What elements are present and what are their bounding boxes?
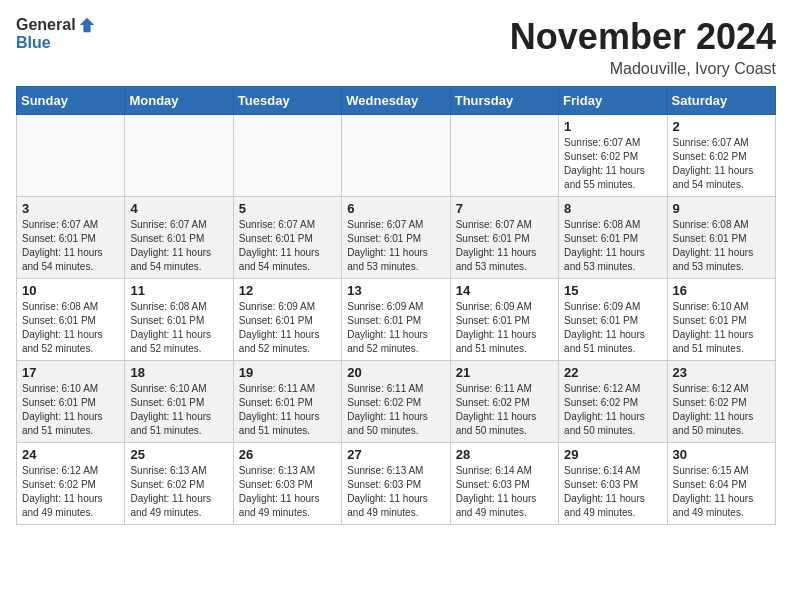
day-info: Sunrise: 6:09 AM Sunset: 6:01 PM Dayligh… <box>347 300 444 356</box>
calendar-day-cell: 29Sunrise: 6:14 AM Sunset: 6:03 PM Dayli… <box>559 443 667 525</box>
day-info: Sunrise: 6:13 AM Sunset: 6:03 PM Dayligh… <box>239 464 336 520</box>
day-number: 21 <box>456 365 553 380</box>
day-info: Sunrise: 6:08 AM Sunset: 6:01 PM Dayligh… <box>130 300 227 356</box>
day-info: Sunrise: 6:12 AM Sunset: 6:02 PM Dayligh… <box>673 382 770 438</box>
calendar-day-cell: 18Sunrise: 6:10 AM Sunset: 6:01 PM Dayli… <box>125 361 233 443</box>
logo-blue-text: Blue <box>16 34 96 52</box>
calendar-day-cell: 16Sunrise: 6:10 AM Sunset: 6:01 PM Dayli… <box>667 279 775 361</box>
day-info: Sunrise: 6:13 AM Sunset: 6:03 PM Dayligh… <box>347 464 444 520</box>
day-info: Sunrise: 6:07 AM Sunset: 6:01 PM Dayligh… <box>239 218 336 274</box>
day-number: 5 <box>239 201 336 216</box>
day-info: Sunrise: 6:07 AM Sunset: 6:02 PM Dayligh… <box>673 136 770 192</box>
calendar-day-cell: 13Sunrise: 6:09 AM Sunset: 6:01 PM Dayli… <box>342 279 450 361</box>
calendar-week-row: 3Sunrise: 6:07 AM Sunset: 6:01 PM Daylig… <box>17 197 776 279</box>
weekday-header-tuesday: Tuesday <box>233 87 341 115</box>
day-number: 20 <box>347 365 444 380</box>
day-number: 9 <box>673 201 770 216</box>
calendar-week-row: 17Sunrise: 6:10 AM Sunset: 6:01 PM Dayli… <box>17 361 776 443</box>
day-info: Sunrise: 6:12 AM Sunset: 6:02 PM Dayligh… <box>22 464 119 520</box>
calendar-day-cell: 5Sunrise: 6:07 AM Sunset: 6:01 PM Daylig… <box>233 197 341 279</box>
day-number: 26 <box>239 447 336 462</box>
weekday-header-monday: Monday <box>125 87 233 115</box>
day-number: 1 <box>564 119 661 134</box>
calendar-day-cell: 11Sunrise: 6:08 AM Sunset: 6:01 PM Dayli… <box>125 279 233 361</box>
calendar-day-cell: 21Sunrise: 6:11 AM Sunset: 6:02 PM Dayli… <box>450 361 558 443</box>
day-info: Sunrise: 6:08 AM Sunset: 6:01 PM Dayligh… <box>673 218 770 274</box>
day-info: Sunrise: 6:14 AM Sunset: 6:03 PM Dayligh… <box>564 464 661 520</box>
weekday-header-row: SundayMondayTuesdayWednesdayThursdayFrid… <box>17 87 776 115</box>
page-header: General Blue November 2024 Madouville, I… <box>16 16 776 78</box>
logo-icon <box>78 16 96 34</box>
calendar-day-cell: 15Sunrise: 6:09 AM Sunset: 6:01 PM Dayli… <box>559 279 667 361</box>
calendar-day-cell: 19Sunrise: 6:11 AM Sunset: 6:01 PM Dayli… <box>233 361 341 443</box>
day-number: 19 <box>239 365 336 380</box>
calendar-day-cell: 10Sunrise: 6:08 AM Sunset: 6:01 PM Dayli… <box>17 279 125 361</box>
day-info: Sunrise: 6:11 AM Sunset: 6:02 PM Dayligh… <box>456 382 553 438</box>
day-number: 3 <box>22 201 119 216</box>
day-number: 15 <box>564 283 661 298</box>
day-number: 13 <box>347 283 444 298</box>
day-number: 14 <box>456 283 553 298</box>
day-info: Sunrise: 6:10 AM Sunset: 6:01 PM Dayligh… <box>673 300 770 356</box>
day-number: 28 <box>456 447 553 462</box>
calendar-day-cell <box>342 115 450 197</box>
calendar-day-cell <box>125 115 233 197</box>
weekday-header-saturday: Saturday <box>667 87 775 115</box>
weekday-header-thursday: Thursday <box>450 87 558 115</box>
weekday-header-wednesday: Wednesday <box>342 87 450 115</box>
location: Madouville, Ivory Coast <box>510 60 776 78</box>
day-number: 27 <box>347 447 444 462</box>
day-number: 25 <box>130 447 227 462</box>
day-info: Sunrise: 6:09 AM Sunset: 6:01 PM Dayligh… <box>564 300 661 356</box>
calendar-week-row: 10Sunrise: 6:08 AM Sunset: 6:01 PM Dayli… <box>17 279 776 361</box>
calendar-day-cell: 20Sunrise: 6:11 AM Sunset: 6:02 PM Dayli… <box>342 361 450 443</box>
day-number: 11 <box>130 283 227 298</box>
calendar-day-cell: 1Sunrise: 6:07 AM Sunset: 6:02 PM Daylig… <box>559 115 667 197</box>
month-title: November 2024 <box>510 16 776 58</box>
svg-marker-0 <box>79 18 93 32</box>
day-info: Sunrise: 6:14 AM Sunset: 6:03 PM Dayligh… <box>456 464 553 520</box>
calendar-day-cell: 25Sunrise: 6:13 AM Sunset: 6:02 PM Dayli… <box>125 443 233 525</box>
calendar-day-cell: 26Sunrise: 6:13 AM Sunset: 6:03 PM Dayli… <box>233 443 341 525</box>
day-info: Sunrise: 6:11 AM Sunset: 6:01 PM Dayligh… <box>239 382 336 438</box>
day-info: Sunrise: 6:07 AM Sunset: 6:01 PM Dayligh… <box>347 218 444 274</box>
calendar-day-cell <box>17 115 125 197</box>
calendar-table: SundayMondayTuesdayWednesdayThursdayFrid… <box>16 86 776 525</box>
day-info: Sunrise: 6:07 AM Sunset: 6:01 PM Dayligh… <box>130 218 227 274</box>
day-number: 29 <box>564 447 661 462</box>
weekday-header-sunday: Sunday <box>17 87 125 115</box>
day-info: Sunrise: 6:11 AM Sunset: 6:02 PM Dayligh… <box>347 382 444 438</box>
day-number: 24 <box>22 447 119 462</box>
calendar-day-cell <box>233 115 341 197</box>
calendar-day-cell: 23Sunrise: 6:12 AM Sunset: 6:02 PM Dayli… <box>667 361 775 443</box>
day-info: Sunrise: 6:08 AM Sunset: 6:01 PM Dayligh… <box>564 218 661 274</box>
day-number: 22 <box>564 365 661 380</box>
day-info: Sunrise: 6:07 AM Sunset: 6:02 PM Dayligh… <box>564 136 661 192</box>
logo-general-text: General <box>16 16 76 34</box>
calendar-day-cell: 6Sunrise: 6:07 AM Sunset: 6:01 PM Daylig… <box>342 197 450 279</box>
day-number: 10 <box>22 283 119 298</box>
day-number: 23 <box>673 365 770 380</box>
calendar-week-row: 1Sunrise: 6:07 AM Sunset: 6:02 PM Daylig… <box>17 115 776 197</box>
calendar-day-cell: 8Sunrise: 6:08 AM Sunset: 6:01 PM Daylig… <box>559 197 667 279</box>
day-number: 30 <box>673 447 770 462</box>
day-info: Sunrise: 6:10 AM Sunset: 6:01 PM Dayligh… <box>22 382 119 438</box>
day-number: 17 <box>22 365 119 380</box>
calendar-day-cell: 17Sunrise: 6:10 AM Sunset: 6:01 PM Dayli… <box>17 361 125 443</box>
day-info: Sunrise: 6:13 AM Sunset: 6:02 PM Dayligh… <box>130 464 227 520</box>
day-number: 18 <box>130 365 227 380</box>
calendar-day-cell: 28Sunrise: 6:14 AM Sunset: 6:03 PM Dayli… <box>450 443 558 525</box>
day-info: Sunrise: 6:09 AM Sunset: 6:01 PM Dayligh… <box>239 300 336 356</box>
calendar-day-cell: 24Sunrise: 6:12 AM Sunset: 6:02 PM Dayli… <box>17 443 125 525</box>
day-number: 2 <box>673 119 770 134</box>
day-info: Sunrise: 6:08 AM Sunset: 6:01 PM Dayligh… <box>22 300 119 356</box>
calendar-day-cell: 7Sunrise: 6:07 AM Sunset: 6:01 PM Daylig… <box>450 197 558 279</box>
calendar-day-cell: 14Sunrise: 6:09 AM Sunset: 6:01 PM Dayli… <box>450 279 558 361</box>
day-number: 4 <box>130 201 227 216</box>
logo: General Blue <box>16 16 96 52</box>
day-number: 8 <box>564 201 661 216</box>
day-info: Sunrise: 6:10 AM Sunset: 6:01 PM Dayligh… <box>130 382 227 438</box>
day-info: Sunrise: 6:09 AM Sunset: 6:01 PM Dayligh… <box>456 300 553 356</box>
day-number: 12 <box>239 283 336 298</box>
day-info: Sunrise: 6:12 AM Sunset: 6:02 PM Dayligh… <box>564 382 661 438</box>
